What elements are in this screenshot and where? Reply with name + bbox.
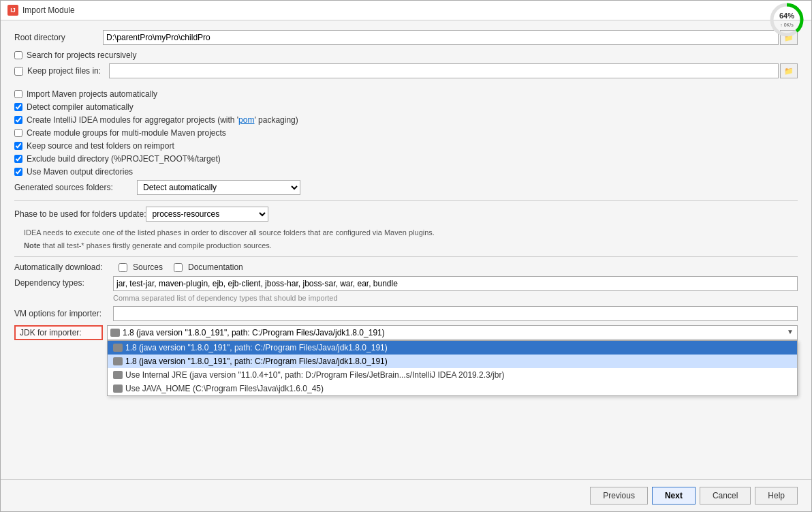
root-directory-row: Root directory 📁 — [14, 30, 798, 45]
jdk-section: JDK for importer: 1.8 (java version "1.8… — [14, 325, 798, 340]
use-maven-output-label[interactable]: Use Maven output directories — [27, 167, 133, 177]
phase-dropdown[interactable]: process-resources generate-sources compi… — [146, 207, 268, 222]
import-maven-checkbox[interactable] — [14, 90, 22, 98]
search-recursive-checkbox[interactable] — [14, 51, 22, 59]
exclude-build-row: Exclude build directory (%PROJECT_ROOT%/… — [14, 154, 798, 164]
documentation-label[interactable]: Documentation — [188, 262, 243, 272]
keep-project-files-label[interactable]: Keep project files in: — [27, 66, 109, 76]
dependency-types-input[interactable] — [113, 276, 798, 291]
keep-source-label[interactable]: Keep source and test folders on reimport — [27, 141, 174, 151]
create-module-groups-label[interactable]: Create module groups for multi-module Ma… — [27, 128, 226, 138]
divider-2 — [14, 256, 798, 257]
keep-source-checkbox[interactable] — [14, 142, 22, 150]
footer: Previous Next Cancel Help — [1, 479, 811, 511]
phase-row: Phase to be used for folders update: pro… — [14, 207, 798, 222]
jdk-list-item-3[interactable]: Use JAVA_HOME (C:\Program Files\Java\jdk… — [108, 382, 797, 395]
generated-sources-dropdown[interactable]: Detect automatically Generate source roo… — [137, 180, 300, 195]
generated-sources-label: Generated sources folders: — [14, 183, 137, 192]
detect-compiler-checkbox[interactable] — [14, 103, 22, 111]
vm-options-row: VM options for importer: — [14, 306, 798, 321]
create-intellij-row: Create IntelliJ IDEA modules for aggrega… — [14, 115, 798, 125]
main-window: IJ Import Module 64% ↑ 0K/s Root directo… — [0, 0, 812, 512]
sources-label[interactable]: Sources — [133, 262, 163, 272]
jdk-list-item-0[interactable]: 1.8 (java version "1.8.0_191", path: C:/… — [108, 341, 797, 355]
jdk-list-item-1[interactable]: 1.8 (java version "1.8.0_191", path: C:/… — [108, 355, 797, 368]
jdk-selected-value: 1.8 (java version "1.8.0_191", path: C:/… — [123, 328, 385, 337]
sources-checkbox[interactable] — [119, 263, 127, 272]
import-maven-label[interactable]: Import Maven projects automatically — [27, 89, 157, 99]
phase-info-2: Note that all test-* phases firstly gene… — [24, 240, 798, 252]
search-recursive-label[interactable]: Search for projects recursively — [27, 50, 136, 60]
keep-project-files-checkbox[interactable] — [14, 67, 23, 76]
create-intellij-label[interactable]: Create IntelliJ IDEA modules for aggrega… — [27, 115, 298, 125]
auto-download-row: Automatically download: Sources Document… — [14, 262, 798, 272]
keep-project-files-row: Keep project files in: 📁 — [14, 63, 798, 78]
jdk-dropdown[interactable]: 1.8 (java version "1.8.0_191", path: C:/… — [107, 325, 798, 340]
create-intellij-checkbox[interactable] — [14, 116, 22, 124]
cancel-button[interactable]: Cancel — [700, 487, 751, 505]
jdk-list-item-2[interactable]: Use Internal JRE (java version "11.0.4+1… — [108, 368, 797, 382]
dependency-types-hint: Comma separated list of dependency types… — [113, 294, 798, 302]
content-area: Root directory 📁 Search for projects rec… — [1, 20, 811, 479]
phase-label: Phase to be used for folders update: — [14, 209, 146, 219]
detect-compiler-label[interactable]: Detect compiler automatically — [27, 102, 134, 112]
vm-options-label: VM options for importer: — [14, 309, 113, 318]
keep-project-files-input[interactable] — [109, 63, 779, 78]
create-module-groups-checkbox[interactable] — [14, 129, 22, 137]
previous-button[interactable]: Previous — [590, 487, 648, 505]
root-directory-input[interactable] — [103, 30, 779, 45]
dependency-types-row: Dependency types: — [14, 276, 798, 291]
documentation-checkbox[interactable] — [174, 263, 183, 272]
exclude-build-label[interactable]: Exclude build directory (%PROJECT_ROOT%/… — [27, 154, 221, 164]
jdk-list: 1.8 (java version "1.8.0_191", path: C:/… — [107, 340, 798, 396]
vm-options-input[interactable] — [113, 306, 798, 321]
window-title: Import Module — [22, 5, 75, 15]
keep-browse-button[interactable]: 📁 — [780, 63, 798, 78]
create-module-groups-row: Create module groups for multi-module Ma… — [14, 128, 798, 138]
auto-download-label: Automatically download: — [14, 262, 113, 272]
use-maven-output-checkbox[interactable] — [14, 168, 22, 176]
svg-text:↑ 0K/s: ↑ 0K/s — [780, 22, 794, 27]
root-directory-label: Root directory — [14, 33, 103, 42]
import-maven-row: Import Maven projects automatically — [14, 89, 798, 99]
help-button[interactable]: Help — [755, 487, 798, 505]
app-icon: IJ — [7, 5, 18, 16]
generated-sources-row: Generated sources folders: Detect automa… — [14, 180, 798, 195]
cpu-gauge: 64% ↑ 0K/s — [769, 2, 805, 37]
next-button[interactable]: Next — [652, 487, 696, 505]
use-maven-output-row: Use Maven output directories — [14, 167, 798, 177]
jdk-label: JDK for importer: — [14, 325, 103, 340]
divider-1 — [14, 200, 798, 201]
search-recursive-row: Search for projects recursively — [14, 50, 798, 60]
keep-source-row: Keep source and test folders on reimport — [14, 141, 798, 151]
svg-text:64%: 64% — [779, 12, 794, 20]
jdk-dropdown-container: 1.8 (java version "1.8.0_191", path: C:/… — [107, 325, 798, 340]
title-bar: IJ Import Module 64% ↑ 0K/s — [1, 1, 811, 20]
dependency-types-label: Dependency types: — [14, 276, 113, 288]
detect-compiler-row: Detect compiler automatically — [14, 102, 798, 112]
exclude-build-checkbox[interactable] — [14, 155, 22, 163]
phase-info-1: IDEA needs to execute one of the listed … — [24, 227, 798, 239]
